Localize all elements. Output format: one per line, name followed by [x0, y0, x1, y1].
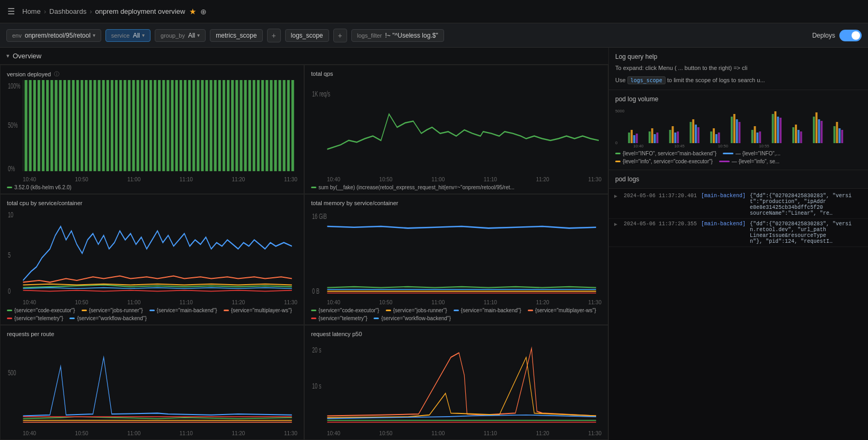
group-by-value: All	[188, 32, 195, 39]
svg-rect-51	[800, 131, 802, 143]
metrics-scope-plus[interactable]: +	[267, 29, 281, 42]
star-icon[interactable]: ★	[189, 7, 196, 16]
total-memory-panel: total memory by service/container 16 GiB…	[304, 194, 608, 325]
svg-rect-32	[710, 131, 712, 143]
request-latency-x-axis: 10:4010:5011:0011:1011:2011:30	[311, 429, 601, 436]
pod-logs-title: pod logs	[615, 175, 862, 183]
svg-text:5000: 5000	[615, 109, 625, 113]
section-title: Overview	[13, 52, 41, 60]
version-deployed-panel: version deployed ⓘ 100% 50% 0%	[0, 65, 304, 194]
svg-rect-48	[792, 127, 794, 143]
share-icon[interactable]: ⊕	[200, 7, 207, 16]
service-dropdown-icon: ▾	[142, 32, 145, 38]
log-timestamp: 2024-05-06 11:37:20.355	[624, 221, 697, 244]
breadcrumb-sep1: ›	[44, 7, 46, 15]
logs-scope-filter[interactable]: logs_scope	[285, 29, 329, 42]
svg-text:0: 0	[8, 287, 11, 296]
svg-text:100%: 100%	[8, 82, 20, 91]
request-latency-chart: 20 s 10 s	[311, 339, 601, 429]
version-deployed-legend: 3.52.0 (k8s-helm v6.2.0)	[7, 184, 297, 190]
log-expand-icon[interactable]: ▶	[614, 193, 617, 216]
env-dropdown-icon: ▾	[93, 32, 95, 38]
logs-filter[interactable]: logs_filter !~ "^Useless log.$"	[351, 29, 444, 42]
svg-rect-23	[657, 133, 659, 143]
svg-rect-21	[651, 128, 653, 143]
version-deployed-title: version deployed ⓘ	[7, 71, 297, 78]
breadcrumb-dashboards[interactable]: Dashboards	[49, 7, 86, 15]
filterbar: env onprem/retool/95/retool ▾ service Al…	[0, 23, 868, 48]
svg-rect-52	[813, 117, 815, 143]
panels-area: ▾ Overview version deployed ⓘ 100% 50% 0…	[0, 48, 608, 440]
svg-rect-58	[838, 128, 840, 143]
log-expand-icon[interactable]: ▶	[614, 221, 617, 244]
env-filter[interactable]: env onprem/retool/95/retool ▾	[6, 29, 101, 42]
svg-rect-47	[780, 118, 782, 143]
logs-scope-plus[interactable]: +	[333, 29, 347, 42]
svg-rect-19	[636, 134, 638, 143]
pod-log-volume-legend: {level="INFO", service="main-backend"} —…	[615, 151, 862, 164]
version-deployed-chart: 100% 50% 0%	[7, 80, 297, 175]
pod-log-volume-panel: pod log volume 5000 0	[609, 90, 868, 170]
svg-rect-24	[669, 130, 671, 143]
requests-per-route-panel: requests per route 500 10:4010:5011:0011…	[0, 325, 304, 440]
total-memory-legend: {service="code-executor"} {service="jobs…	[311, 307, 601, 321]
svg-rect-33	[713, 128, 715, 143]
breadcrumb: Home › Dashboards › onprem deployment ov…	[22, 7, 185, 15]
breadcrumb-home[interactable]: Home	[22, 7, 41, 15]
svg-rect-26	[674, 133, 676, 143]
log-entry[interactable]: ▶ 2024-05-06 11:37:20.355 [main-backend]…	[609, 219, 868, 247]
pod-log-volume-title: pod log volume	[615, 95, 862, 103]
log-query-help-panel: Log query help To expand: click Menu ( .…	[609, 48, 868, 90]
svg-rect-41	[754, 126, 756, 143]
pod-log-volume-chart: 5000 0	[615, 106, 862, 148]
svg-text:10:40: 10:40	[633, 144, 644, 148]
log-entry[interactable]: ▶ 2024-05-06 11:37:20.401 [main-backend]…	[609, 191, 868, 219]
service-filter[interactable]: service All ▾	[105, 29, 150, 42]
total-cpu-legend: {service="code-executor"} {service="jobs…	[7, 307, 297, 321]
menu-icon[interactable]: ☰	[7, 6, 15, 16]
svg-rect-28	[689, 122, 692, 143]
total-cpu-x-axis: 10:4010:5011:0011:1011:2011:30	[7, 298, 297, 305]
total-memory-chart: 16 GiB 0 B	[311, 208, 601, 298]
deploys-toggle[interactable]	[839, 30, 862, 41]
log-query-help-title: Log query help	[615, 53, 862, 60]
svg-rect-44	[772, 114, 774, 143]
svg-text:50%: 50%	[8, 121, 17, 130]
env-value: onprem/retool/95/retool	[25, 32, 91, 39]
info-icon[interactable]: ⓘ	[54, 71, 59, 78]
logs-filter-label: logs_filter	[357, 32, 382, 39]
svg-rect-46	[777, 117, 779, 143]
total-cpu-chart: 10 5 0	[7, 208, 297, 298]
svg-rect-45	[774, 111, 776, 143]
total-qps-title: total qps	[311, 71, 601, 77]
log-source: [main-backend]	[701, 193, 746, 216]
svg-rect-40	[751, 130, 754, 143]
overview-section-header[interactable]: ▾ Overview	[0, 48, 608, 65]
svg-rect-34	[715, 134, 718, 143]
svg-text:10:45: 10:45	[674, 144, 685, 148]
svg-rect-59	[841, 130, 843, 143]
request-latency-panel: request latency p50 20 s 10 s	[304, 325, 608, 440]
deploys-label: Deploys	[812, 32, 835, 39]
svg-text:10 s: 10 s	[312, 382, 321, 391]
svg-rect-42	[756, 133, 758, 143]
breadcrumb-current: onprem deployment overview	[95, 7, 185, 15]
total-qps-legend: sum by(__fake) (increase(retool_express_…	[311, 184, 601, 190]
svg-rect-35	[718, 133, 720, 143]
main-content: ▾ Overview version deployed ⓘ 100% 50% 0…	[0, 48, 868, 440]
svg-rect-30	[695, 125, 697, 143]
log-content: {"dd":{"027028425830283", "versit":"prod…	[750, 193, 852, 216]
topbar: ☰ Home › Dashboards › onprem deployment …	[0, 0, 868, 23]
metrics-scope-filter[interactable]: metrics_scope	[210, 29, 262, 42]
svg-rect-18	[633, 135, 635, 143]
svg-rect-16	[628, 133, 630, 143]
svg-rect-31	[697, 127, 699, 143]
logs-scope-label: logs_scope	[291, 32, 323, 39]
svg-text:500: 500	[8, 368, 16, 377]
svg-text:1K req/s: 1K req/s	[312, 90, 330, 99]
group-by-filter[interactable]: group_by All ▾	[155, 29, 206, 42]
group-by-dropdown-icon: ▾	[197, 32, 200, 38]
total-qps-chart: 1K req/s	[311, 79, 601, 175]
svg-rect-36	[731, 117, 733, 143]
svg-text:10: 10	[8, 210, 13, 219]
